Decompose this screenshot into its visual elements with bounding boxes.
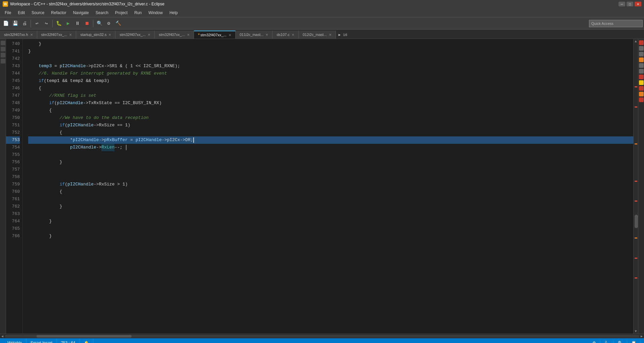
status-position[interactable]: 753 : 64	[57, 338, 80, 343]
sidebar-icon-3[interactable]	[639, 52, 644, 56]
tab-stm32f407xx-1[interactable]: stm32f407xx_... ✕	[37, 31, 77, 39]
menu-bar: File Edit Source Refactor Navigate Searc…	[0, 8, 644, 17]
sidebar-icon-6[interactable]	[639, 69, 644, 74]
menu-run[interactable]: Run	[131, 8, 145, 17]
save-btn[interactable]: 💾	[11, 19, 19, 28]
tab-close-icon[interactable]: ✕	[69, 33, 72, 37]
menu-source[interactable]: Source	[28, 8, 48, 17]
quick-access-input[interactable]: Quick Access	[589, 20, 643, 27]
tab-stm32f407xx-h[interactable]: stm32f407xx.h ✕	[0, 31, 37, 39]
sidebar-icon-10[interactable]	[639, 92, 644, 96]
tab-label: stm32f407xx_...	[41, 33, 67, 37]
tab-close-icon[interactable]: ✕	[329, 33, 332, 37]
status-right-icon-1[interactable]: ⚙	[588, 341, 600, 343]
code-line-763	[28, 210, 633, 218]
search-toolbar-btn[interactable]: 🔍	[95, 19, 104, 28]
code-line-759: if(pI2CHandle->RxSize > 1)	[28, 181, 633, 188]
tab-close-icon[interactable]: ✕	[265, 33, 268, 37]
status-icon[interactable]: 🔔	[80, 338, 93, 343]
minimize-button[interactable]: ─	[618, 2, 625, 6]
status-right-icon-4[interactable]: 📋	[627, 341, 641, 343]
build-btn[interactable]: 🔨	[114, 19, 122, 28]
scroll-track[interactable]	[634, 44, 638, 329]
menu-refactor[interactable]: Refactor	[48, 8, 69, 17]
tab-label: 012i2c_mast...	[303, 33, 327, 37]
horizontal-scrollbar[interactable]: ◀ ▶	[0, 334, 644, 338]
status-right-icon-3[interactable]: 🔍	[614, 341, 627, 343]
editor-area[interactable]: 740 741 742 743 744 745 746 747 748 749 …	[6, 39, 638, 334]
tab-ds107[interactable]: ds107.c ✕	[273, 31, 299, 39]
tab-label: stm32f407xx.h	[4, 33, 28, 37]
h-scroll-thumb[interactable]	[37, 335, 132, 338]
close-button[interactable]: ✕	[635, 2, 641, 6]
status-writable-label: Writable	[7, 341, 22, 343]
quick-access-label: Quick Access	[591, 22, 613, 26]
tab-close-icon[interactable]: ✕	[187, 33, 190, 37]
pause-btn[interactable]: ⏸	[73, 19, 82, 28]
menu-navigate[interactable]: Navigate	[69, 8, 92, 17]
tab-close-icon[interactable]: ✕	[108, 33, 111, 37]
status-writable[interactable]: Writable	[3, 338, 27, 343]
tab-stm32f407xx-2[interactable]: stm32f407xx_... ✕	[115, 31, 155, 39]
error-marker-3	[635, 181, 637, 182]
tab-stm32f407xx-3[interactable]: stm32f407xx_... ✕	[155, 31, 194, 39]
status-smart-insert-label: Smart Insert	[31, 341, 52, 343]
run-btn[interactable]: ▶	[64, 19, 72, 28]
scroll-thumb[interactable]	[635, 215, 638, 228]
sidebar-icon-1[interactable]	[639, 40, 644, 45]
code-line-762: }	[28, 203, 633, 210]
redo-btn[interactable]: ↪	[42, 19, 51, 28]
code-line-753: *pI2CHandle->pRxBuffer = pI2CHandle->pI2…	[28, 136, 633, 144]
status-smart-insert[interactable]: Smart Insert	[27, 338, 57, 343]
tab-012i2c[interactable]: 012i2c_mast... ✕	[299, 31, 336, 39]
code-line-750: //We have to do the data reception	[28, 114, 633, 122]
window-controls: ─ □ ✕	[618, 2, 641, 6]
menu-search[interactable]: Search	[92, 8, 112, 17]
sidebar-icon-9[interactable]	[639, 86, 644, 91]
tab-stm32f407xx-active[interactable]: * stm32f407xx_... ✕	[194, 31, 236, 39]
toolbar-separator-3	[93, 20, 93, 27]
sidebar-icon-8[interactable]	[639, 80, 644, 85]
sidebar-icon-5[interactable]	[639, 63, 644, 68]
h-scroll-track[interactable]	[5, 335, 639, 338]
restore-button[interactable]: □	[627, 2, 633, 6]
undo-btn[interactable]: ↩	[33, 19, 41, 28]
tab-startup[interactable]: startup_stm32.s ✕	[76, 31, 115, 39]
code-content[interactable]: } } temp3 = pI2CHandle->pI2Cx->SR1 & ( 1…	[23, 39, 633, 334]
tab-overflow[interactable]: ▶ 16	[336, 31, 350, 39]
sidebar-icon-4[interactable]	[639, 57, 644, 62]
tab-close-icon[interactable]: ✕	[148, 33, 150, 37]
menu-project[interactable]: Project	[112, 8, 131, 17]
sidebar-icon-2[interactable]	[639, 46, 644, 51]
new-btn[interactable]: 📄	[1, 19, 10, 28]
tab-label: startup_stm32.s	[80, 33, 106, 37]
scroll-up-btn[interactable]: ▲	[634, 39, 638, 44]
menu-file[interactable]: File	[1, 8, 14, 17]
menu-help[interactable]: Help	[166, 8, 181, 17]
error-marker-1	[635, 86, 637, 87]
tab-close-icon[interactable]: ✕	[30, 33, 33, 37]
menu-window[interactable]: Window	[145, 8, 166, 17]
scroll-down-btn[interactable]: ▼	[634, 329, 638, 334]
scroll-right-btn[interactable]: ▶	[641, 334, 643, 338]
code-line-743: temp3 = pI2CHandle->pI2Cx->SR1 & ( 1 << …	[28, 62, 633, 70]
scroll-left-btn[interactable]: ◀	[1, 334, 3, 338]
sidebar-icon-7[interactable]	[639, 75, 644, 79]
sidebar-icon-11[interactable]	[639, 97, 644, 102]
status-right-icon-2[interactable]: 🔧	[600, 341, 614, 343]
menu-edit[interactable]: Edit	[14, 8, 28, 17]
debug-btn[interactable]: 🐛	[54, 19, 63, 28]
settings-btn[interactable]: ⚙	[104, 19, 113, 28]
stop-btn[interactable]: ⏹	[83, 19, 91, 28]
code-line-760: {	[28, 188, 633, 196]
tab-label: stm32f407xx_...	[159, 33, 185, 37]
code-line-749: {	[28, 107, 633, 114]
tab-close-icon[interactable]: ✕	[229, 33, 231, 37]
status-position-label: 753 : 64	[61, 341, 75, 343]
print-btn[interactable]: 🖨	[20, 19, 29, 28]
code-line-747: //RXNE flag is set	[28, 92, 633, 99]
tab-close-icon[interactable]: ✕	[292, 33, 294, 37]
vertical-scrollbar[interactable]: ▲ ▼	[633, 39, 638, 334]
tab-011i2c[interactable]: 011i2c_mast... ✕	[236, 31, 273, 39]
line-numbers: 740 741 742 743 744 745 746 747 748 749 …	[6, 39, 23, 334]
